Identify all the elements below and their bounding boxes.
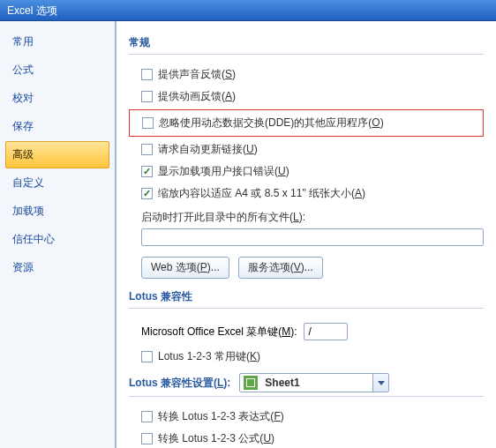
main-layout: 常用 公式 校对 保存 高级 自定义 加载项 信任中心 资源 常规 提供声音反馈… [0, 21, 496, 448]
row-startup-input [129, 228, 484, 250]
label-menu-key: Microsoft Office Excel 菜单键(M): [141, 325, 297, 340]
sidebar-item-advanced[interactable]: 高级 [5, 141, 109, 168]
section-lotus-compat-title: Lotus 兼容性 [129, 284, 484, 309]
highlight-annotation: 忽略使用动态数据交换(DDE)的其他应用程序(O) [129, 109, 484, 137]
chevron-down-icon[interactable] [372, 374, 388, 392]
window-title: Excel 选项 [7, 4, 57, 17]
checkbox-lotus-nav-keys[interactable] [141, 351, 153, 362]
section-general-title: 常规 [129, 30, 484, 55]
sidebar-item-customize[interactable]: 自定义 [5, 169, 109, 197]
checkbox-lotus-expr[interactable] [141, 411, 153, 422]
row-lotus-nav-keys: Lotus 1-2-3 常用键(K) [129, 346, 484, 368]
sidebar-item-trust-center[interactable]: 信任中心 [5, 226, 109, 253]
window-titlebar: Excel 选项 [0, 0, 496, 21]
label-sound-feedback: 提供声音反馈(S) [158, 67, 236, 82]
label-lotus-nav-keys: Lotus 1-2-3 常用键(K) [158, 349, 260, 364]
checkbox-scale-content[interactable] [141, 188, 153, 199]
sidebar-item-formulas[interactable]: 公式 [5, 56, 109, 84]
row-anim-feedback: 提供动画反馈(A) [129, 86, 484, 108]
sidebar-item-save[interactable]: 保存 [5, 113, 109, 140]
row-option-buttons: Web 选项(P)... 服务选项(V)... [129, 250, 484, 284]
label-addin-errors: 显示加载项用户接口错误(U) [158, 164, 289, 179]
input-startup-dir[interactable] [141, 228, 484, 246]
sheet-icon [244, 376, 258, 390]
label-lotus-formula: 转换 Lotus 1-2-3 公式(U) [158, 431, 274, 446]
row-lotus-formula: 转换 Lotus 1-2-3 公式(U) [129, 428, 484, 448]
section-lotus-settings-title: Lotus 兼容性设置(L): Sheet1 [129, 368, 484, 397]
label-scale-content: 缩放内容以适应 A4 或 8.5 x 11" 纸张大小(A) [158, 186, 365, 201]
row-ignore-dde: 忽略使用动态数据交换(DDE)的其他应用程序(O) [130, 112, 483, 134]
row-auto-update-links: 请求自动更新链接(U) [129, 138, 484, 161]
checkbox-anim-feedback[interactable] [141, 91, 153, 102]
sidebar-item-resources[interactable]: 资源 [5, 254, 109, 281]
row-lotus-expr: 转换 Lotus 1-2-3 表达式(F) [129, 406, 484, 428]
checkbox-ignore-dde[interactable] [142, 117, 154, 129]
row-sound-feedback: 提供声音反馈(S) [129, 63, 484, 86]
input-menu-key[interactable] [304, 323, 348, 340]
checkbox-sound-feedback[interactable] [141, 69, 153, 80]
content-pane: 常规 提供声音反馈(S) 提供动画反馈(A) 忽略使用动态数据交换(DDE)的其… [116, 21, 496, 448]
row-scale-content: 缩放内容以适应 A4 或 8.5 x 11" 纸张大小(A) [129, 183, 484, 205]
checkbox-addin-errors[interactable] [141, 166, 153, 177]
web-options-button[interactable]: Web 选项(P)... [141, 257, 229, 279]
label-anim-feedback: 提供动画反馈(A) [158, 89, 236, 104]
sidebar-item-proofing[interactable]: 校对 [5, 85, 109, 112]
sidebar: 常用 公式 校对 保存 高级 自定义 加载项 信任中心 资源 [0, 21, 116, 448]
label-lotus-expr: 转换 Lotus 1-2-3 表达式(F) [158, 409, 284, 424]
sheet-select-value: Sheet1 [261, 377, 372, 389]
checkbox-auto-update-links[interactable] [141, 144, 153, 155]
label-auto-update-links: 请求自动更新链接(U) [158, 142, 258, 157]
row-addin-errors: 显示加载项用户接口错误(U) [129, 161, 484, 183]
sidebar-item-general[interactable]: 常用 [5, 28, 109, 56]
sidebar-item-addins[interactable]: 加载项 [5, 198, 109, 225]
service-options-button[interactable]: 服务选项(V)... [238, 257, 323, 279]
sheet-select[interactable]: Sheet1 [239, 373, 389, 392]
label-ignore-dde: 忽略使用动态数据交换(DDE)的其他应用程序(O) [159, 116, 384, 131]
checkbox-lotus-formula[interactable] [141, 433, 153, 444]
label-startup-dir: 启动时打开此目录中的所有文件(L): [141, 210, 484, 225]
row-menu-key: Microsoft Office Excel 菜单键(M): [129, 317, 484, 346]
